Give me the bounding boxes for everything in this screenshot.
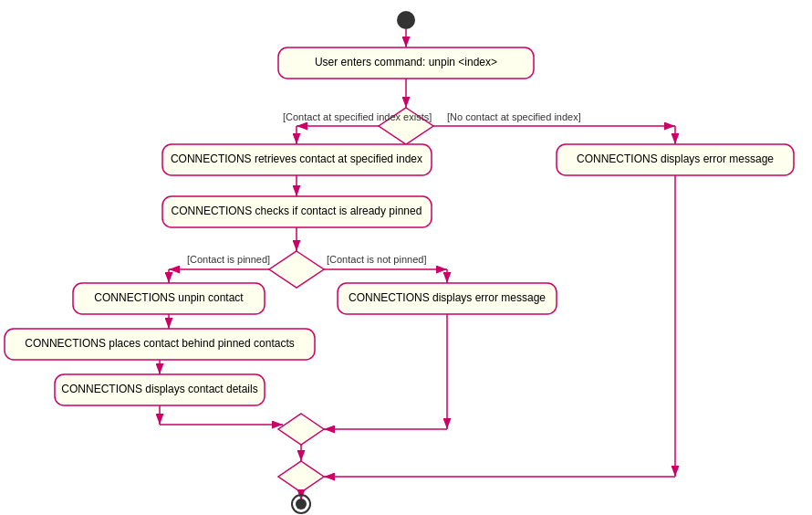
unpin-text: CONNECTIONS unpin contact bbox=[94, 291, 244, 304]
label-no-contact: [No contact at specified index] bbox=[447, 111, 581, 122]
error1-text: CONNECTIONS displays error message bbox=[577, 152, 774, 165]
start-node bbox=[397, 11, 415, 29]
label-pinned: [Contact is pinned] bbox=[187, 254, 270, 265]
decision4-diamond bbox=[278, 461, 324, 492]
decision2-diamond bbox=[269, 251, 324, 288]
label-not-pinned: [Contact is not pinned] bbox=[327, 254, 426, 265]
diagram-canvas: User enters command: unpin <index> [Cont… bbox=[0, 0, 812, 515]
label-contact-exists: [Contact at specified index exists] bbox=[283, 111, 432, 122]
user-command-text: User enters command: unpin <index> bbox=[315, 56, 497, 68]
display-details-text: CONNECTIONS displays contact details bbox=[61, 383, 257, 395]
retrieve-text: CONNECTIONS retrieves contact at specifi… bbox=[171, 152, 422, 165]
places-text: CONNECTIONS places contact behind pinned… bbox=[25, 337, 294, 350]
end-inner-circle bbox=[296, 499, 307, 510]
check-pinned-text: CONNECTIONS checks if contact is already… bbox=[172, 205, 422, 217]
decision3-diamond bbox=[278, 414, 324, 445]
error2-text: CONNECTIONS displays error message bbox=[349, 291, 546, 304]
